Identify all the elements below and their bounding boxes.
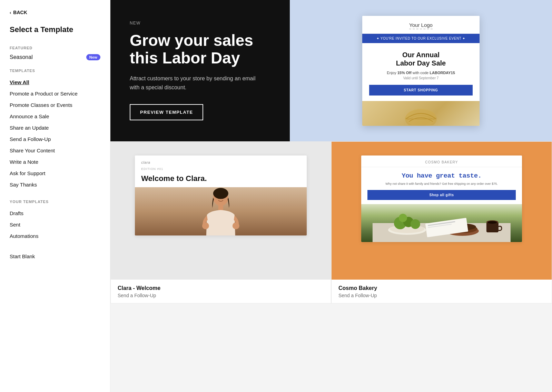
email-banner-bar: ✦ YOU'RE INVITED TO OUR EXCLUSIVE EVENT … xyxy=(362,34,480,43)
food-illustration xyxy=(361,204,522,242)
email-body-title: Our Annual Labor Day Sale xyxy=(369,51,473,67)
nav-item-automations[interactable]: Automations xyxy=(10,231,100,241)
nav-item-label: Announce a Sale xyxy=(10,111,100,122)
cosmo-food-image xyxy=(361,204,522,242)
person-illustration xyxy=(135,187,307,235)
email-logo: Your Logo xyxy=(409,22,433,29)
svg-point-6 xyxy=(233,222,239,229)
template-card-cosmo[interactable]: COSMO BAKERY You have great taste. Why n… xyxy=(331,141,552,303)
nav-item-label: Promote Classes or Events xyxy=(10,100,100,110)
nav-item-label: Share Your Content xyxy=(10,145,100,156)
nav-item-label: Share an Update xyxy=(10,122,100,133)
nav-item-promote-classes[interactable]: Promote Classes or Events xyxy=(10,100,100,110)
nav-item-write-note[interactable]: Write a Note xyxy=(10,157,100,167)
cosmo-headline: You have great taste. xyxy=(361,167,522,182)
nav-item-label: Automations xyxy=(10,231,100,241)
clara-card-info: Clara - Welcome Send a Follow-Up xyxy=(111,280,331,303)
nav-item-label: Ask for Support xyxy=(10,168,100,179)
svg-point-3 xyxy=(213,188,228,199)
your-templates-list: Drafts Sent Automations xyxy=(10,208,100,241)
clara-edition: EDITION #01 xyxy=(135,167,307,172)
preview-template-button[interactable]: PREVIEW TEMPLATE xyxy=(130,104,203,120)
page-title: Select a Template xyxy=(10,25,100,35)
banner-preview-section: Your Logo ✦ YOU'RE INVITED TO OUR EXCLUS… xyxy=(290,0,552,141)
featured-item-label: Seasonal xyxy=(10,54,33,60)
chevron-left-icon: ‹ xyxy=(10,10,11,15)
banner-text-section: NEW Grow your sales this Labor Day Attra… xyxy=(110,0,290,141)
cosmo-logo-bar: COSMO BAKERY xyxy=(361,155,522,167)
svg-point-1 xyxy=(406,109,436,125)
basket-svg xyxy=(404,102,438,125)
email-cta-button[interactable]: START SHOPPING xyxy=(369,85,473,96)
nav-item-label: Write a Note xyxy=(10,157,100,167)
featured-banner: NEW Grow your sales this Labor Day Attra… xyxy=(110,0,552,141)
nav-item-sent[interactable]: Sent xyxy=(10,219,100,230)
nav-item-share-update[interactable]: Share an Update xyxy=(10,122,100,133)
clara-welcome: Welcome to Clara. xyxy=(135,172,307,187)
clara-preview: clara EDITION #01 Welcome to Clara. xyxy=(111,142,331,280)
clara-person-image xyxy=(135,187,307,235)
cosmo-sub: Why not share it with family and friends… xyxy=(361,182,522,190)
cosmo-cta-button[interactable]: Shop all gifts xyxy=(367,190,516,200)
nav-item-label: Sent xyxy=(10,219,100,230)
templates-nav-list: View All Promote a Product or Service Pr… xyxy=(10,77,100,190)
nav-item-announce-sale[interactable]: Announce a Sale xyxy=(10,111,100,122)
template-card-clara[interactable]: clara EDITION #01 Welcome to Clara. xyxy=(110,141,331,303)
cosmo-email-mockup: COSMO BAKERY You have great taste. Why n… xyxy=(361,155,522,242)
clara-card-type: Send a Follow-Up xyxy=(118,293,324,298)
featured-seasonal-item[interactable]: Seasonal New xyxy=(10,54,100,60)
email-body-sub: Enjoy 15% Off with code LABORDAY15 xyxy=(369,71,473,75)
email-preview-header: Your Logo xyxy=(362,16,480,34)
nav-item-say-thanks[interactable]: Say Thanks xyxy=(10,179,100,190)
banner-title: Grow your sales this Labor Day xyxy=(130,32,270,67)
featured-section-label: FEATURED xyxy=(10,46,100,50)
svg-point-21 xyxy=(487,221,497,224)
cosmo-preview: COSMO BAKERY You have great taste. Why n… xyxy=(332,142,552,280)
your-templates-section: YOUR TEMPLATES Drafts Sent Automations xyxy=(10,200,100,241)
clara-email-mockup: clara EDITION #01 Welcome to Clara. xyxy=(135,155,307,235)
nav-item-label: View All xyxy=(10,77,100,88)
clara-logo: clara xyxy=(135,155,307,167)
templates-section-label: TEMPLATES xyxy=(10,69,100,73)
template-grid: clara EDITION #01 Welcome to Clara. xyxy=(110,141,552,303)
svg-point-14 xyxy=(411,219,420,229)
email-body-date: Valid until September 7 xyxy=(369,76,473,80)
email-preview-card: Your Logo ✦ YOU'RE INVITED TO OUR EXCLUS… xyxy=(362,16,480,126)
nav-item-drafts[interactable]: Drafts xyxy=(10,208,100,219)
nav-item-label: Say Thanks xyxy=(10,179,100,190)
nav-item-send-followup[interactable]: Send a Follow-Up xyxy=(10,134,100,144)
main-content: NEW Grow your sales this Labor Day Attra… xyxy=(110,0,552,392)
svg-point-7 xyxy=(218,197,220,199)
svg-point-8 xyxy=(222,197,224,199)
back-button[interactable]: ‹ BACK xyxy=(10,10,100,15)
nav-item-promote-product[interactable]: Promote a Product or Service xyxy=(10,88,100,99)
cosmo-card-info: Cosmo Bakery Send a Follow-Up xyxy=(332,280,552,303)
nav-item-share-content[interactable]: Share Your Content xyxy=(10,145,100,156)
cosmo-card-type: Send a Follow-Up xyxy=(338,293,545,298)
nav-item-view-all[interactable]: View All xyxy=(10,77,100,88)
sidebar: ‹ BACK Select a Template FEATURED Season… xyxy=(0,0,110,392)
start-blank-button[interactable]: Start Blank xyxy=(10,251,100,262)
nav-item-label: Drafts xyxy=(10,208,100,219)
nav-item-ask-support[interactable]: Ask for Support xyxy=(10,168,100,179)
banner-description: Attract customers to your store by sendi… xyxy=(130,74,261,92)
email-footer-image xyxy=(362,101,480,126)
cosmo-card-name: Cosmo Bakery xyxy=(338,285,545,291)
new-badge: New xyxy=(86,54,100,60)
banner-tag: NEW xyxy=(130,21,270,26)
your-templates-label: YOUR TEMPLATES xyxy=(10,200,100,204)
back-label: BACK xyxy=(13,10,27,15)
clara-card-name: Clara - Welcome xyxy=(118,285,324,291)
nav-item-label: Send a Follow-Up xyxy=(10,134,100,144)
nav-item-label: Promote a Product or Service xyxy=(10,88,100,99)
svg-point-15 xyxy=(399,214,407,222)
email-body: Our Annual Labor Day Sale Enjoy 15% Off … xyxy=(362,43,480,101)
svg-point-5 xyxy=(202,222,209,229)
